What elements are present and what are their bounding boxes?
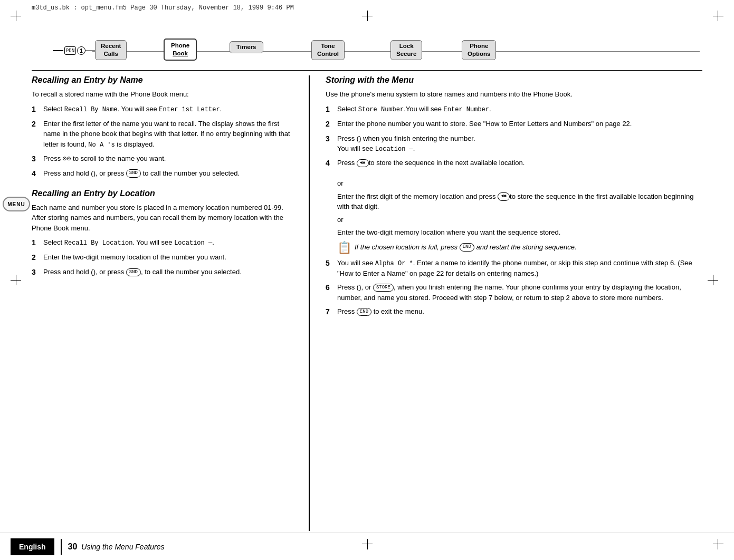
step-2-store: 2 Enter the phone number you want to sto… <box>326 119 702 130</box>
step-3-recall-loc: 3 Press and hold (), or press SND, to ca… <box>32 267 295 278</box>
section-storing: Storing with the Menu Use the phone's me… <box>326 75 702 317</box>
crosshair-left <box>11 272 26 288</box>
heading-recall-by-location: Recalling an Entry by Location <box>32 189 295 198</box>
heading-storing: Storing with the Menu <box>326 75 702 85</box>
step-3-store: 3 Press () when you finish entering the … <box>326 133 702 155</box>
step-1-store: 1 Select Store Number.You will see Enter… <box>326 104 702 115</box>
column-divider <box>309 75 310 531</box>
menu-button[interactable]: MENU <box>3 197 30 211</box>
step-3-recall-name: 3 Press ⊙⊙ to scroll to the name you wan… <box>32 153 295 165</box>
device-icons: PDN 1 <box>53 46 101 55</box>
header-bar: m3td_us.bk : opt_menu.fm5 Page 30 Thursd… <box>0 0 734 16</box>
intro-recall-by-location: Each name and number you store is placed… <box>32 202 295 234</box>
page-number: 30 <box>68 542 78 552</box>
pdn-icon: PDN <box>64 46 76 55</box>
page-description: Using the Menu Features <box>81 543 164 551</box>
note-text: If the chosen location is full, press EN… <box>355 242 577 253</box>
intro-storing: Use the phone's menu system to store nam… <box>326 89 702 100</box>
intro-recall-by-name: To recall a stored name with the Phone B… <box>32 89 295 100</box>
step-2-recall-loc: 2 Enter the two-digit memory location of… <box>32 252 295 263</box>
tab-connector-2 <box>208 51 230 52</box>
steps-recall-location: 1 Select Recall By Location. You will se… <box>32 237 295 278</box>
step-6-store: 6 Press (), or STORE, when you finish en… <box>326 282 702 303</box>
steps-storing-cont: 5 You will see Alpha Or *. Enter a name … <box>326 258 702 318</box>
step-4-recall-name: 4 Press and hold (), or press SND to cal… <box>32 168 295 179</box>
section-recall-by-location: Recalling an Entry by Location Each name… <box>32 189 295 278</box>
tab-connector-6 <box>684 51 700 52</box>
tab-timers[interactable]: Timers <box>230 41 263 53</box>
tab-connector-1 <box>145 51 164 52</box>
footer-divider <box>61 539 62 555</box>
tab-tone-control[interactable]: Tone Control <box>311 40 345 60</box>
tab-connector-4 <box>359 51 390 52</box>
note-box: 📋 If the chosen location is full, press … <box>337 242 702 254</box>
heading-recall-by-name: Recalling an Entry by Name <box>32 75 295 85</box>
main-content: MENU Recalling an Entry by Name To recal… <box>32 75 702 531</box>
tab-recent-calls[interactable]: Recent Calls <box>95 40 127 60</box>
step-1-recall-loc: 1 Select Recall By Location. You will se… <box>32 237 295 248</box>
dash-line <box>53 50 63 51</box>
one-icon: 1 <box>77 46 85 55</box>
crosshair-right <box>708 272 723 288</box>
tab-phone-book[interactable]: Phone Book <box>164 38 197 61</box>
steps-storing: 1 Select Store Number.You will see Enter… <box>326 104 702 238</box>
tab-connector-3 <box>269 51 311 52</box>
right-column: Storing with the Menu Use the phone's me… <box>312 75 702 531</box>
step-5-store: 5 You will see Alpha Or *. Enter a name … <box>326 258 702 279</box>
step-1-recall-name: 1 Select Recall By Name. You will see En… <box>32 104 295 115</box>
steps-recall-by-name: 1 Select Recall By Name. You will see En… <box>32 104 295 179</box>
header-text: m3td_us.bk : opt_menu.fm5 Page 30 Thursd… <box>32 4 294 12</box>
nav-area: PDN 1 Recent Calls Phone Book Timers Ton… <box>53 36 700 67</box>
note-icon: 📋 <box>337 242 351 254</box>
language-badge: English <box>11 538 54 555</box>
section-recall-by-name: Recalling an Entry by Name To recall a s… <box>32 75 295 179</box>
step-2-recall-name: 2 Enter the first letter of the name you… <box>32 119 295 150</box>
tab-phone-options[interactable]: Phone Options <box>462 40 496 60</box>
footer-bar: English 30 Using the Menu Features <box>0 533 734 560</box>
left-column: MENU Recalling an Entry by Name To recal… <box>32 75 306 531</box>
nav-divider <box>32 70 702 71</box>
tab-lock-secure[interactable]: Lock Secure <box>390 40 422 60</box>
step-7-store: 7 Press END to exit the menu. <box>326 306 702 317</box>
step-4-store: 4 Press ◄✱to store the sequence in the n… <box>326 158 702 238</box>
tab-connector-5 <box>433 51 462 52</box>
